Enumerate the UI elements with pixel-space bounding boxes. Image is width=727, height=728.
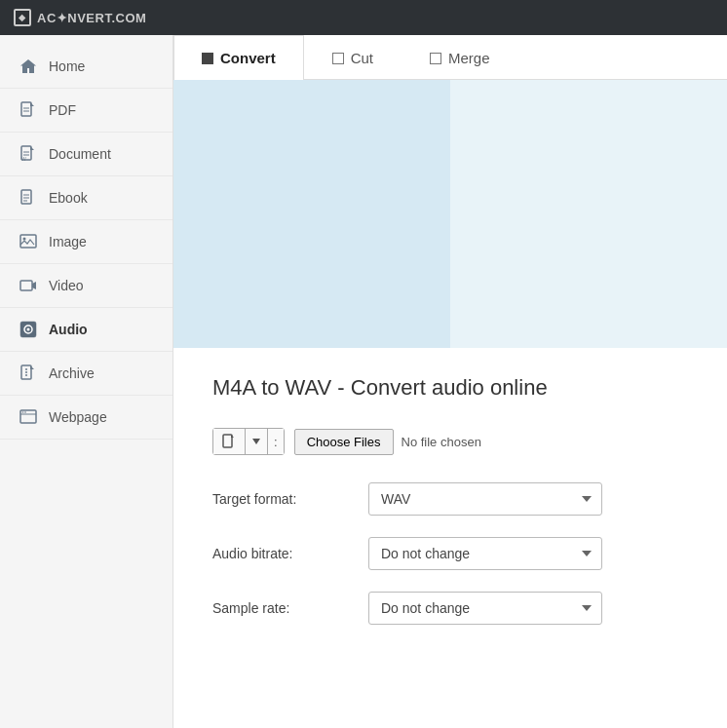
file-upload-row: : Choose Files No file chosen [212,428,688,455]
target-format-select[interactable]: WAV MP3 AAC OGG FLAC M4A WMA [368,482,602,516]
no-file-text: No file chosen [402,435,481,449]
main-layout: Home PDF W [0,35,727,728]
sidebar: Home PDF W [0,35,173,728]
tabbar: Convert Cut Merge [173,35,727,80]
pdf-icon [18,99,39,121]
video-icon [18,275,39,296]
svg-text:W: W [21,156,26,162]
convert-tab-icon [202,53,213,64]
cut-tab-icon [332,53,344,64]
archive-icon [18,363,39,384]
merge-tab-icon [430,53,441,64]
logo-icon: ◆ [14,9,31,26]
target-format-label: Target format: [212,491,368,507]
sample-rate-select[interactable]: Do not change 8000 Hz 11025 Hz 22050 Hz … [368,592,602,625]
svg-point-16 [27,328,30,331]
sidebar-label-webpage: Webpage [49,409,107,425]
audio-bitrate-row: Audio bitrate: Do not change 32 kbit/s 6… [212,537,688,570]
sidebar-label-video: Video [49,278,84,293]
svg-rect-25 [223,435,232,447]
tab-merge[interactable]: Merge [402,35,518,80]
file-dropdown-button[interactable] [246,429,268,454]
tab-cut-label: Cut [351,50,373,66]
audio-bitrate-label: Audio bitrate: [212,546,368,561]
page-title: M4A to WAV - Convert audio online [212,375,688,401]
logo-text: AC✦NVERT.COM [37,11,146,25]
banner [173,80,727,348]
document-icon: W [18,143,39,165]
file-btn-group: : [212,428,285,455]
svg-rect-13 [20,281,32,290]
sidebar-label-image: Image [49,234,87,249]
file-colon: : [268,429,284,454]
svg-rect-11 [20,235,36,248]
sidebar-item-image[interactable]: Image [0,220,172,264]
svg-point-23 [22,411,24,413]
sidebar-item-audio[interactable]: Audio [0,308,172,352]
banner-right [450,80,727,348]
tab-merge-label: Merge [448,50,490,66]
tab-convert-label: Convert [220,50,276,66]
sidebar-item-home[interactable]: Home [0,45,172,89]
svg-rect-7 [21,190,31,204]
sidebar-item-video[interactable]: Video [0,264,172,308]
sidebar-label-home: Home [49,58,85,74]
tab-cut[interactable]: Cut [304,35,402,80]
svg-rect-0 [21,102,31,116]
home-icon [18,56,39,77]
sidebar-item-ebook[interactable]: Ebook [0,176,172,220]
sidebar-item-document[interactable]: W Document [0,133,172,176]
sidebar-label-audio: Audio [49,322,88,337]
sidebar-item-pdf[interactable]: PDF [0,89,172,133]
target-format-row: Target format: WAV MP3 AAC OGG FLAC M4A … [212,482,688,516]
sidebar-item-webpage[interactable]: Webpage [0,396,172,440]
svg-point-24 [24,411,26,413]
choose-files-button[interactable]: Choose Files [294,429,394,455]
ebook-icon [18,187,39,209]
tab-convert[interactable]: Convert [173,35,304,80]
sidebar-label-ebook: Ebook [49,190,88,206]
sidebar-label-archive: Archive [49,365,95,381]
audio-icon [18,319,39,340]
image-icon [18,231,39,252]
page-body: M4A to WAV - Convert audio online [173,348,727,675]
content-area: Convert Cut Merge M4A to WAV - Convert a… [173,35,727,728]
sample-rate-row: Sample rate: Do not change 8000 Hz 11025… [212,592,688,625]
sidebar-label-document: Document [49,146,111,162]
banner-left [173,80,450,348]
file-doc-button[interactable] [213,429,246,454]
sidebar-item-archive[interactable]: Archive [0,352,172,396]
audio-bitrate-select[interactable]: Do not change 32 kbit/s 64 kbit/s 96 kbi… [368,537,602,570]
sidebar-label-pdf: PDF [49,102,76,118]
sample-rate-label: Sample rate: [212,600,368,616]
webpage-icon [18,406,39,428]
svg-point-12 [23,238,26,241]
topbar: ◆ AC✦NVERT.COM [0,0,727,35]
